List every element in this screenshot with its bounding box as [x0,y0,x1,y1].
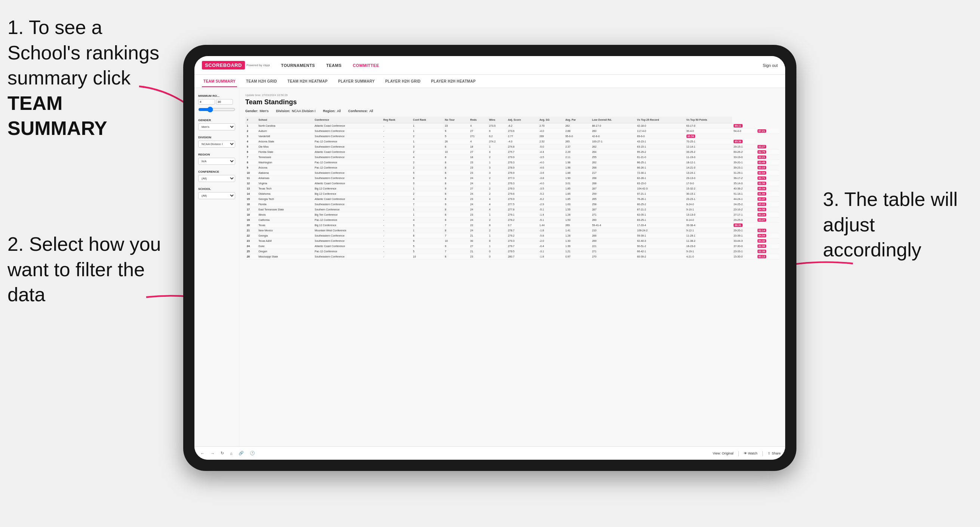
table-row: 17East Tennessee StateSouthern Conferenc… [245,207,779,212]
tab-team-h2h-heatmap[interactable]: TEAM H2H HEATMAP [286,76,329,87]
table-row: 26Mississippi StateSoutheastern Conferen… [245,254,779,259]
tab-team-summary[interactable]: TEAM SUMMARY [202,76,237,87]
rank-slider[interactable] [198,106,235,113]
share-btn[interactable]: ⇧ Share [768,451,781,455]
filter-gender: Gender: Men's [245,109,269,113]
table-row: 23Texas A&MSoutheastern Conference-91030… [245,238,779,244]
toolbar-back[interactable]: ← [199,450,206,456]
sidebar: Minimum Ro... Gender Men's Division [194,88,239,446]
filter-row: Gender: Men's Division: NCAA Division I … [245,109,779,113]
filter-conference: Conference: All [348,109,373,113]
tablet-frame: SCOREBOARD Powered by clippi TOURNAMENTS… [183,45,796,471]
col-rnds: Rnds [469,117,488,123]
sidebar-division: Division NCAA Division I [198,136,235,148]
table-row: 9ArizonaPac-12 Conference-28233278.9-4.6… [245,165,779,170]
tab-team-h2h-grid[interactable]: TEAM H2H GRID [245,76,278,87]
table-row: 14OklahomaBig 12 Conference-28242279.6-5… [245,191,779,197]
table-title: Team Standings [245,98,779,106]
main-content: Minimum Ro... Gender Men's Division [194,88,785,446]
col-no-tour: No Tour [444,117,469,123]
col-avg-par: Avg. Par [564,117,590,123]
bottom-toolbar: ← → ↻ ⌂ 🔗 🕐 View: Original | 👁 Watch | ⇧… [194,446,785,460]
rank-to-input[interactable] [216,99,233,105]
sidebar-school: School (All) [198,187,235,199]
table-row: 12VirginiaAtlantic Coast Conference-3824… [245,181,779,186]
table-row: 7TennesseeSoutheastern Conference-461822… [245,155,779,160]
col-vs-top25: Vs Top 25 Record [636,117,685,123]
nav-items: TOURNAMENTS TEAMS COMMITTEE [281,57,763,74]
gender-label: Gender [198,119,235,122]
tablet-screen: SCOREBOARD Powered by clippi TOURNAMENTS… [194,56,785,460]
tab-player-h2h-heatmap[interactable]: PLAYER H2H HEATMAP [430,76,477,87]
table-row: 22GeorgiaSoutheastern Conference-8721127… [245,233,779,238]
col-wins: Wins [488,117,507,123]
col-vs-top50-pts: Vs Top 50 Points [685,117,732,123]
conference-label: Conference [198,170,235,173]
nav-committee[interactable]: COMMITTEE [353,57,379,74]
nav-tournaments[interactable]: TOURNAMENTS [281,57,315,74]
sidebar-min-rank: Minimum Ro... [198,94,235,113]
tab-player-summary[interactable]: PLAYER SUMMARY [337,76,376,87]
school-select[interactable]: (All) [198,192,235,199]
logo-area: SCOREBOARD Powered by clippi [202,61,270,70]
col-conference: Conference [313,117,382,123]
division-select[interactable]: NCAA Division I [198,141,235,148]
sign-out-button[interactable]: Sign out [763,63,778,68]
table-row: 8WashingtonPac-12 Conference-28231276.3-… [245,160,779,165]
filter-division: Division: NCAA Division I [276,109,316,113]
toolbar-home[interactable]: ⌂ [229,450,234,456]
logo-sub: Powered by clippi [247,63,270,67]
table-area: Update time: 27/03/2024 16:56:26 Team St… [239,88,785,446]
tab-player-h2h-grid[interactable]: PLAYER H2H GRID [383,76,422,87]
table-row: 4Arizona StatePac-12 Conference-1264274.… [245,139,779,144]
table-row: 10AlabamaSoutheastern Conference-5823327… [245,170,779,176]
toolbar-forward[interactable]: → [209,450,216,456]
table-row: 15Georgia TechAtlantic Coast Conference-… [245,197,779,202]
table-row: 13Texas TechBig 12 Conference-19272276.0… [245,186,779,191]
table-row: 1North CarolinaAtlantic Coast Conference… [245,123,779,129]
table-row: 11ArkansasSoutheastern Conference-682422… [245,176,779,181]
table-row: 24DukeAtlantic Coast Conference-59271279… [245,244,779,249]
rank-from-input[interactable] [198,99,215,105]
table-row: 18IllinoisBig Ten Conference-18231279.1-… [245,212,779,217]
col-reg-rank: Reg Rank [382,117,412,123]
region-label: Region [198,153,235,156]
col-avg-sg: Avg. SG [538,117,564,123]
school-label: School [198,187,235,190]
nav-teams[interactable]: TEAMS [326,57,341,74]
table-row: 25OregonPac-12 Conference-57210279.5-3.1… [245,249,779,254]
min-rank-label: Minimum Ro... [198,94,235,98]
table-row: 2AuburnSoutheastern Conference-19276273.… [245,129,779,134]
table-row: 21New MexicoMountain West Conference-182… [245,228,779,233]
col-rank: # [245,117,257,123]
conference-select[interactable]: (All) [198,175,235,182]
standings-table: # School Conference Reg Rank Conf Rank N… [245,117,779,259]
toolbar-view-area: View: Original | 👁 Watch | ⇧ Share [713,450,781,456]
view-original-btn[interactable]: View: Original [713,451,733,455]
col-school: School [257,117,313,123]
table-row: 20TexasBig 12 Conference-372280.71.44269… [245,223,779,228]
nav-bar: SCOREBOARD Powered by clippi TOURNAMENTS… [194,56,785,75]
logo: SCOREBOARD [202,61,245,70]
col-adj-score: Adj. Score [506,117,538,123]
instruction-2: 2. Select how you want to filter the dat… [8,232,164,308]
sub-nav: TEAM SUMMARY TEAM H2H GRID TEAM H2H HEAT… [194,75,785,88]
sidebar-conference: Conference (All) [198,170,235,182]
watch-btn[interactable]: 👁 Watch [744,451,757,455]
table-header-row: # School Conference Reg Rank Conf Rank N… [245,117,779,123]
filter-region: Region: All [323,109,341,113]
toolbar-refresh[interactable]: ↻ [219,450,226,456]
table-row: 19CaliforniaPac-12 Conference-48242278.2… [245,217,779,223]
table-row: 16FloridaSoutheastern Conference-7924427… [245,202,779,207]
table-row: 5Ole MissSoutheastern Conference-3618127… [245,144,779,149]
gender-select[interactable]: Men's [198,123,235,130]
col-conf-rank: Conf Rank [412,117,444,123]
toolbar-share-tool[interactable]: 🔗 [237,450,245,456]
sidebar-region: Region N/A [198,153,235,165]
division-label: Division [198,136,235,139]
update-time: Update time: 27/03/2024 16:56:26 [245,94,779,97]
table-row: 3VanderbiltSoutheastern Conference-25271… [245,134,779,139]
toolbar-clock[interactable]: 🕐 [248,450,256,456]
region-select[interactable]: N/A [198,158,235,165]
sidebar-gender: Gender Men's [198,119,235,130]
